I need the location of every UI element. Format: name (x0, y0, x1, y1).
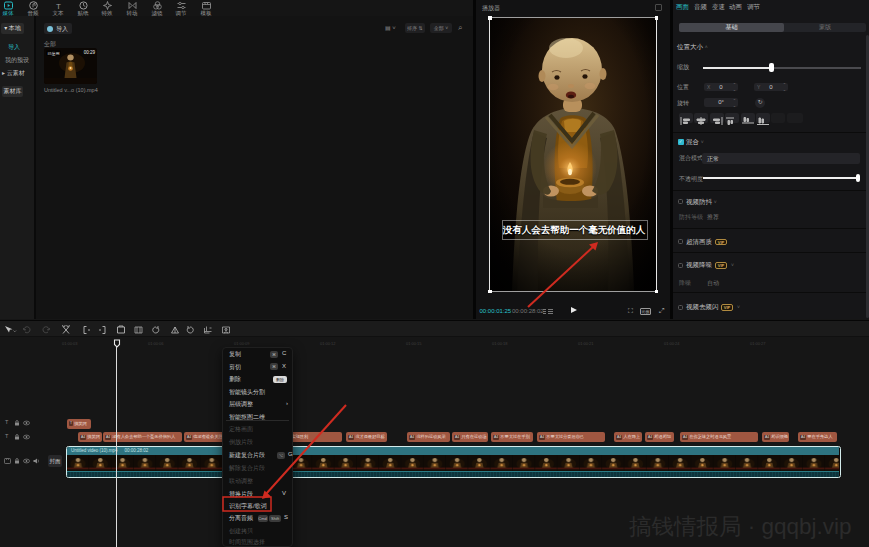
svg-text:T: T (56, 2, 61, 11)
